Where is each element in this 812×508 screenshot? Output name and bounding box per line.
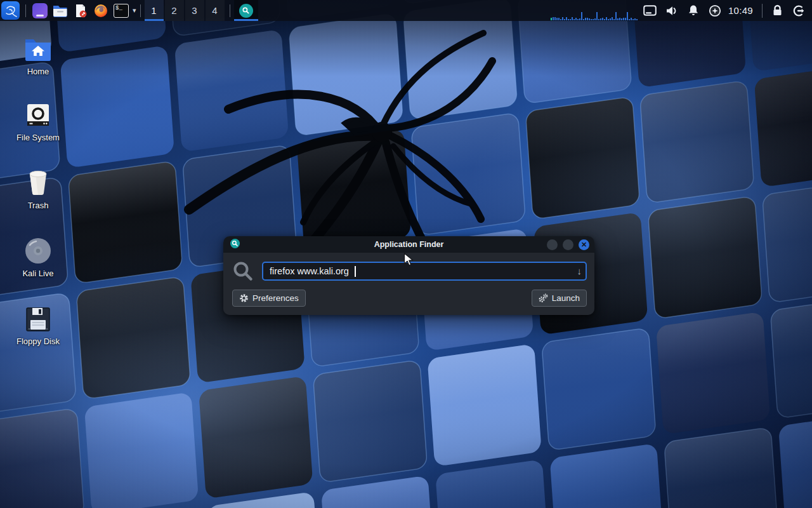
launcher-terminal[interactable]: $_ <box>111 0 131 21</box>
desktop-icon-trash[interactable]: Trash <box>3 168 73 210</box>
launcher-app-purple[interactable] <box>30 0 50 21</box>
search-icon <box>232 260 254 282</box>
desktop-icon-label: Kali Live <box>22 269 53 278</box>
lock-screen-button[interactable] <box>766 0 788 21</box>
launch-gears-icon <box>539 293 548 303</box>
display-tray-button[interactable] <box>639 0 661 21</box>
desktop-icon-home[interactable]: Home <box>3 34 73 76</box>
network-monitor[interactable] <box>549 0 639 21</box>
power-manager-tray-button[interactable] <box>704 0 726 21</box>
text-caret <box>355 266 356 277</box>
firefox-icon <box>93 3 108 18</box>
workspace-switcher: 1 2 3 4 <box>145 0 226 21</box>
volume-tray-button[interactable] <box>661 0 683 21</box>
logout-button[interactable] <box>788 0 809 21</box>
workspace-1[interactable]: 1 <box>145 0 164 21</box>
workspace-4[interactable]: 4 <box>206 0 225 21</box>
desktop-icon-label: File System <box>16 133 60 142</box>
app-purple-icon <box>32 3 48 18</box>
desktop-icon-label: Home <box>27 67 49 76</box>
workspace-3[interactable]: 3 <box>185 0 204 21</box>
window-title: Application Finder <box>223 240 594 249</box>
terminal-icon: $_ <box>114 4 129 18</box>
gear-icon <box>239 293 249 303</box>
launch-label: Launch <box>552 293 580 303</box>
launcher-file-manager[interactable] <box>50 0 70 21</box>
logout-icon <box>792 4 805 17</box>
power-manager-icon <box>709 4 721 17</box>
kali-menu-icon <box>4 4 18 18</box>
desktop-icon-label: Floppy Disk <box>16 337 60 346</box>
desktop-icon-file-system[interactable]: File System <box>3 100 73 142</box>
preferences-button[interactable]: Preferences <box>232 290 306 307</box>
file-manager-icon <box>52 4 69 18</box>
desktop-icon-floppy-disk[interactable]: Floppy Disk <box>3 304 73 346</box>
history-dropdown-icon[interactable]: ↓ <box>577 265 582 276</box>
optical-disc-icon <box>23 236 53 265</box>
close-button[interactable]: ✕ <box>579 239 589 250</box>
panel-separator <box>230 4 230 17</box>
launcher-text-editor[interactable] <box>70 0 91 21</box>
launcher-firefox[interactable] <box>91 0 111 21</box>
notifications-tray-button[interactable] <box>683 0 704 21</box>
titlebar[interactable]: Application Finder ✕ <box>223 236 594 253</box>
trash-icon <box>25 169 51 197</box>
panel-separator <box>762 4 763 18</box>
minimize-button[interactable] <box>547 239 558 250</box>
notifications-bell-icon <box>688 4 699 17</box>
chevron-down-icon[interactable]: ▾ <box>133 6 136 15</box>
display-icon <box>643 5 657 17</box>
search-input[interactable] <box>262 262 587 281</box>
desktop-icon-label: Trash <box>28 201 49 210</box>
panel-separator <box>25 4 26 17</box>
lock-screen-icon <box>772 4 783 17</box>
preferences-label: Preferences <box>252 293 299 303</box>
volume-icon <box>665 5 678 17</box>
clock[interactable]: 10:49 <box>728 5 753 16</box>
taskbar-application-finder[interactable] <box>234 0 258 21</box>
top-panel: $_ ▾ 1 2 3 4 <box>0 0 812 21</box>
desktop-icon-kali-live[interactable]: Kali Live <box>3 236 73 278</box>
desktop-root: $_ ▾ 1 2 3 4 <box>0 0 812 508</box>
applications-menu-button[interactable] <box>1 1 20 20</box>
home-folder-icon <box>23 36 53 62</box>
panel-separator <box>140 4 141 17</box>
launch-button[interactable]: Launch <box>532 290 587 307</box>
application-finder-icon <box>239 4 253 18</box>
workspace-2[interactable]: 2 <box>165 0 184 21</box>
hard-drive-icon <box>25 102 51 128</box>
application-finder-icon <box>230 239 240 251</box>
mouse-cursor <box>403 253 416 267</box>
maximize-button[interactable] <box>563 239 573 250</box>
floppy-disk-icon <box>25 305 51 332</box>
application-finder-window: Application Finder ✕ ↓ <box>223 236 594 315</box>
text-editor-icon <box>73 3 88 18</box>
